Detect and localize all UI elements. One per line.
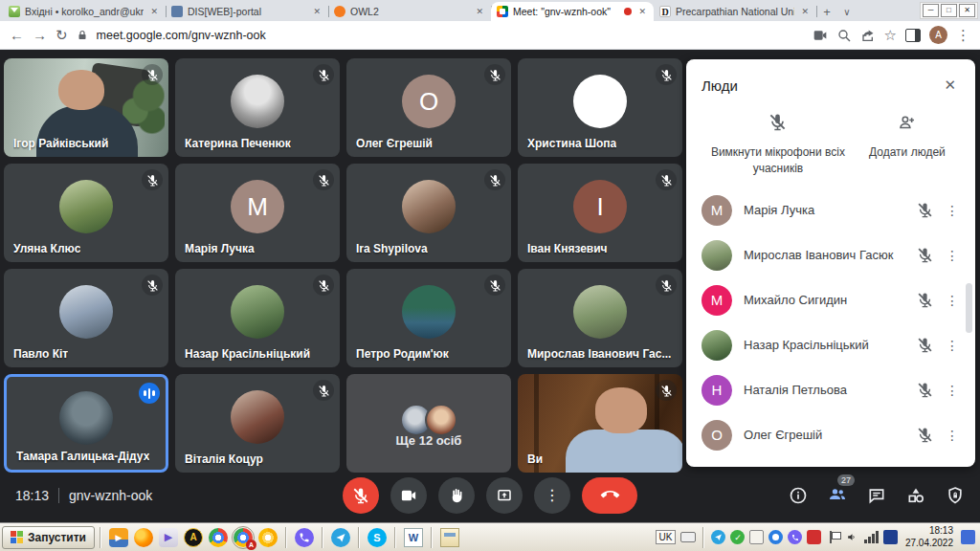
tab-close-icon[interactable]: ✕ xyxy=(636,7,648,16)
tab-meet-active[interactable]: Meet: "gnv-wznh-ook" ✕ xyxy=(491,2,654,21)
participant-menu-icon[interactable]: ⋮ xyxy=(945,338,960,353)
telegram-tray-icon[interactable] xyxy=(711,530,725,544)
firefox-icon[interactable] xyxy=(134,528,153,547)
side-panel-icon[interactable] xyxy=(905,29,921,42)
chrome-active-icon[interactable]: A xyxy=(234,528,253,547)
close-panel-icon[interactable]: ✕ xyxy=(940,75,960,96)
video-tile-maria[interactable]: М Марія Лучка xyxy=(175,164,340,262)
activities-icon[interactable] xyxy=(906,486,925,505)
keyboard-icon[interactable] xyxy=(680,532,696,542)
red-app-tray-icon[interactable] xyxy=(807,530,821,544)
camera-permission-icon[interactable] xyxy=(813,28,828,43)
tab-close-icon[interactable]: ✕ xyxy=(799,7,811,16)
back-button[interactable]: ← xyxy=(10,28,24,42)
mic-toggle-button[interactable] xyxy=(343,477,379,514)
video-tile-ira[interactable]: Ira Shypilova xyxy=(346,164,511,262)
maximize-button[interactable]: □ xyxy=(941,4,957,17)
call-controls: ⋮ xyxy=(343,477,637,514)
recording-dot-icon xyxy=(624,8,632,15)
chrome-icon[interactable] xyxy=(209,528,228,547)
participant-menu-icon[interactable]: ⋮ xyxy=(945,203,960,218)
meeting-details-icon[interactable] xyxy=(789,486,808,505)
people-panel-header: Люди ✕ xyxy=(702,75,960,96)
video-tile-you[interactable]: Ви xyxy=(518,374,682,473)
people-panel: Люди ✕ Вимкнути мікрофони всіх учасників… xyxy=(686,59,975,467)
tab-close-icon[interactable]: ✕ xyxy=(311,7,323,16)
tab-search-chevron-icon[interactable]: ∨ xyxy=(837,2,857,21)
participant-menu-icon[interactable]: ⋮ xyxy=(945,383,960,398)
participant-menu-icon[interactable]: ⋮ xyxy=(945,293,960,308)
word-icon[interactable]: W xyxy=(404,528,423,547)
chrome-canary-icon[interactable] xyxy=(258,528,278,547)
zoom-icon[interactable] xyxy=(836,28,852,43)
video-tile-kateryna[interactable]: Катерина Печенюк xyxy=(175,58,340,157)
language-indicator[interactable]: UK xyxy=(656,530,677,544)
volume-icon[interactable] xyxy=(845,530,859,544)
telegram-icon[interactable] xyxy=(331,528,350,547)
video-tile-pavlo[interactable]: Павло Кіт xyxy=(4,269,168,367)
participant-menu-icon[interactable]: ⋮ xyxy=(945,248,960,263)
taskbar-clock[interactable]: 18:13 27.04.2022 xyxy=(902,525,956,549)
participant-menu-icon[interactable]: ⋮ xyxy=(945,428,960,443)
share-icon[interactable] xyxy=(860,28,876,43)
video-tile-vitalia[interactable]: Віталія Коцур xyxy=(175,374,340,473)
video-tile-ivan[interactable]: І Іван Князевич xyxy=(518,164,682,262)
mail-favicon-icon xyxy=(9,6,20,17)
avatar: Н xyxy=(702,375,732,406)
video-tile-ulyana[interactable]: Уляна Клюс xyxy=(4,164,168,262)
mute-all-button[interactable]: Вимкнути мікрофони всіх учасників xyxy=(702,113,855,176)
show-desktop-icon[interactable] xyxy=(961,530,975,544)
tab-close-icon[interactable]: ✕ xyxy=(474,7,485,16)
tab-mail[interactable]: Вхідні • korolko_andr@ukr.net ✕ xyxy=(3,2,166,21)
chat-button-icon[interactable] xyxy=(867,486,886,505)
mic-off-icon xyxy=(917,427,933,443)
video-tile-nazar[interactable]: Назар Красільніцький xyxy=(175,269,340,367)
antivirus-tray-icon[interactable]: ✓ xyxy=(730,530,745,544)
kmplayer-icon[interactable]: ▶ xyxy=(159,528,178,547)
video-tile-igor[interactable]: Ігор Райківський xyxy=(4,58,168,157)
media-player-icon[interactable]: ▶ xyxy=(109,528,128,547)
video-tile-tamara-speaking[interactable]: Тамара Галицька-Дідух xyxy=(4,374,168,473)
bookmark-star-icon[interactable]: ☆ xyxy=(884,28,897,42)
tab-owl2[interactable]: OWL2 ✕ xyxy=(328,2,491,21)
forward-button[interactable]: → xyxy=(33,28,47,42)
end-call-button[interactable] xyxy=(582,477,637,514)
viber-icon[interactable] xyxy=(295,528,314,547)
explorer-window-icon[interactable] xyxy=(440,528,459,547)
tab-dis-portal[interactable]: DIS[WEB]-portal ✕ xyxy=(166,2,328,21)
browser-menu-icon[interactable]: ⋮ xyxy=(956,28,970,42)
tab-precarpathian[interactable]: D Precarpathian National Univer ✕ xyxy=(654,2,816,21)
present-screen-button[interactable] xyxy=(486,477,523,514)
add-people-button[interactable]: Додати людей xyxy=(855,113,960,176)
profile-avatar[interactable]: A xyxy=(929,26,947,44)
participant-name: Уляна Клюс xyxy=(13,242,80,255)
owl-favicon-icon xyxy=(334,6,345,17)
eye-tray-icon[interactable] xyxy=(768,530,783,544)
clipboard-tray-icon[interactable] xyxy=(749,530,764,544)
tab-close-icon[interactable]: ✕ xyxy=(148,7,160,16)
raise-hand-button[interactable] xyxy=(438,477,475,514)
panel-scrollbar[interactable] xyxy=(966,283,972,333)
video-tile-petro[interactable]: Петро Родим'юк xyxy=(346,269,511,367)
flag-tray-icon[interactable] xyxy=(826,530,840,544)
video-tile-myroslav[interactable]: Мирослав Іванович Гас... xyxy=(518,269,682,367)
video-tile-oleh[interactable]: О Олег Єгрешій xyxy=(346,58,511,157)
host-controls-icon[interactable] xyxy=(946,486,965,505)
more-participants-tile[interactable]: Ще 12 осіб xyxy=(346,374,511,473)
minimize-button[interactable]: ─ xyxy=(923,4,939,17)
address-bar[interactable]: meet.google.com/gnv-wznh-ook xyxy=(97,29,266,42)
video-tile-khrystyna[interactable]: Христина Шопа xyxy=(518,58,682,157)
network-tray-icon[interactable] xyxy=(883,530,898,544)
new-tab-button[interactable]: + xyxy=(816,2,837,21)
viber-tray-icon[interactable] xyxy=(788,530,802,544)
camera-toggle-button[interactable] xyxy=(390,477,427,514)
more-options-button[interactable]: ⋮ xyxy=(534,477,570,514)
refresh-button[interactable]: ↻ xyxy=(56,28,68,42)
network-signal-icon[interactable] xyxy=(864,531,879,543)
close-window-button[interactable]: ✕ xyxy=(959,4,975,17)
people-button[interactable]: 27 xyxy=(828,484,847,507)
start-button[interactable]: Запустити xyxy=(2,526,95,549)
meeting-code: gnv-wznh-ook xyxy=(69,488,152,503)
aimp-icon[interactable]: A xyxy=(184,528,203,547)
skype-icon[interactable]: S xyxy=(368,528,387,547)
